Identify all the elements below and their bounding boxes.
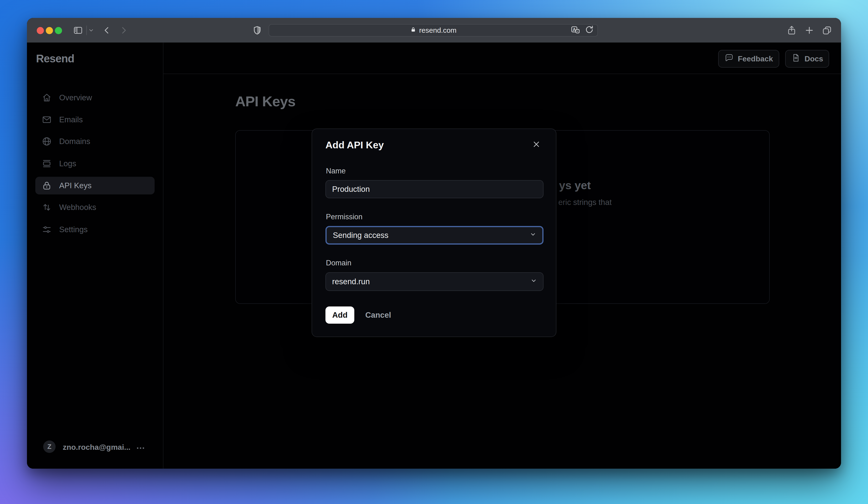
modal-title: Add API Key: [326, 140, 384, 151]
name-input[interactable]: [326, 180, 544, 198]
browser-window: resend.com A: [27, 18, 841, 468]
empty-state-heading-fragment: ys yet: [559, 179, 591, 192]
chevron-down-icon: [530, 277, 537, 286]
share-icon[interactable]: [786, 25, 797, 36]
modal-actions: Add Cancel: [326, 306, 391, 324]
page-title: API Keys: [235, 93, 296, 110]
more-options-icon[interactable]: [135, 442, 146, 455]
back-button-icon[interactable]: [102, 26, 112, 35]
globe-icon: [42, 136, 52, 147]
close-icon[interactable]: [531, 139, 542, 150]
sidebar-item-emails[interactable]: Emails: [35, 111, 155, 129]
feedback-label: Feedback: [738, 54, 773, 63]
speech-bubble-icon: [724, 53, 734, 64]
arrows-up-down-icon: [42, 202, 52, 213]
address-bar[interactable]: resend.com A: [269, 24, 598, 37]
logs-icon: [42, 158, 52, 169]
docs-label: Docs: [805, 54, 823, 63]
chevron-down-icon[interactable]: [88, 27, 94, 33]
titlebar-separator: [86, 26, 87, 35]
browser-titlebar: resend.com A: [27, 18, 841, 42]
sidebar-item-webhooks[interactable]: Webhooks: [35, 199, 155, 216]
sidebar-item-label: API Keys: [59, 181, 92, 190]
close-window-button[interactable]: [37, 27, 44, 34]
reload-icon[interactable]: [585, 25, 594, 36]
domain-select[interactable]: resend.run: [326, 272, 544, 291]
sidebar-item-label: Emails: [59, 115, 83, 124]
sidebar-item-label: Overview: [59, 93, 92, 102]
sliders-icon: [42, 224, 52, 235]
translate-icon[interactable]: A: [570, 25, 580, 36]
avatar[interactable]: Z: [43, 441, 55, 453]
account-email: zno.rocha@gmai...: [63, 443, 131, 452]
sidebar-item-label: Logs: [59, 159, 76, 168]
tab-overview-icon[interactable]: [822, 25, 833, 36]
header-divider: [163, 73, 841, 74]
zoom-window-button[interactable]: [55, 27, 62, 34]
shield-icon[interactable]: [252, 25, 262, 36]
account-section: Z zno.rocha@gmai...: [27, 437, 163, 468]
document-icon: [791, 53, 801, 64]
desktop-background: resend.com A: [0, 0, 868, 504]
permission-select[interactable]: Sending access: [326, 226, 544, 245]
sidebar-item-api-keys[interactable]: API Keys: [35, 177, 155, 194]
add-button[interactable]: Add: [326, 306, 354, 324]
home-icon: [42, 92, 52, 103]
chevron-down-icon: [529, 231, 537, 240]
envelope-icon: [42, 114, 52, 125]
sidebar-item-label: Settings: [59, 225, 87, 234]
docs-button[interactable]: Docs: [785, 50, 829, 68]
url-text: resend.com: [419, 26, 457, 34]
sidebar-item-domains[interactable]: Domains: [35, 133, 155, 150]
forward-button-icon[interactable]: [119, 26, 128, 35]
sidebar: Resend Overview Emails Domains: [27, 42, 163, 468]
sidebar-toggle-icon[interactable]: [73, 25, 83, 36]
minimize-window-button[interactable]: [46, 27, 53, 34]
empty-state-body-fragment: eric strings that: [558, 198, 612, 207]
svg-text:A: A: [572, 27, 576, 32]
https-lock-icon: [410, 26, 416, 34]
sidebar-item-logs[interactable]: Logs: [35, 155, 155, 172]
feedback-button[interactable]: Feedback: [718, 50, 779, 68]
lock-icon: [42, 180, 52, 191]
resend-logo: Resend: [36, 52, 74, 65]
new-tab-icon[interactable]: [804, 25, 815, 36]
domain-label: Domain: [326, 259, 351, 267]
permission-value: Sending access: [333, 231, 389, 240]
sidebar-item-settings[interactable]: Settings: [35, 221, 155, 239]
cancel-button[interactable]: Cancel: [365, 311, 391, 320]
domain-value: resend.run: [332, 277, 370, 286]
add-api-key-modal: Add API Key Name Permission Sending acce…: [312, 129, 556, 337]
sidebar-item-label: Webhooks: [59, 203, 96, 212]
permission-label: Permission: [326, 213, 362, 221]
sidebar-item-overview[interactable]: Overview: [35, 89, 155, 107]
name-label: Name: [326, 167, 346, 175]
sidebar-item-label: Domains: [59, 137, 90, 146]
